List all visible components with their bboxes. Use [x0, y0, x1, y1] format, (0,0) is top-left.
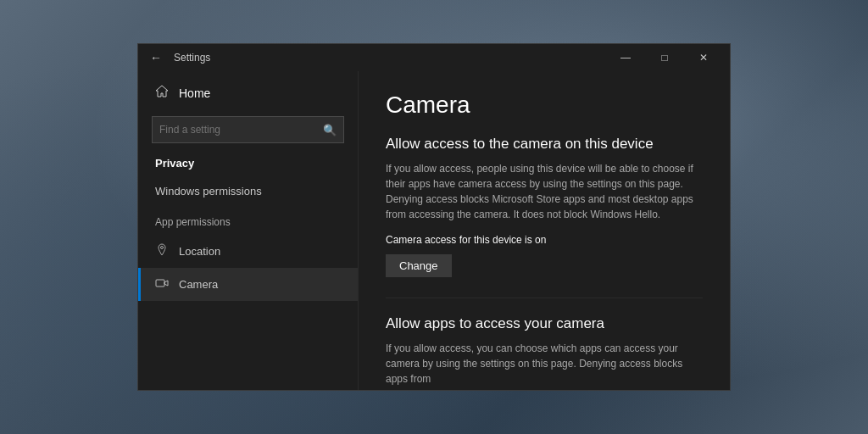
camera-label: Camera	[179, 278, 218, 291]
home-label: Home	[179, 86, 210, 100]
section2-description: If you allow access, you can choose whic…	[386, 341, 703, 387]
windows-permissions-label: Windows permissions	[155, 185, 262, 198]
search-input[interactable]	[159, 124, 323, 136]
maximize-button[interactable]: □	[645, 44, 684, 71]
close-button[interactable]: ✕	[684, 44, 723, 71]
section1-description: If you allow access, people using this d…	[386, 161, 703, 222]
titlebar-left: ← Settings	[145, 49, 210, 66]
section1-heading: Allow access to the camera on this devic…	[386, 136, 703, 153]
sidebar-item-windows-permissions[interactable]: Windows permissions	[138, 176, 358, 206]
change-button[interactable]: Change	[386, 254, 452, 277]
content-area: Home 🔍 Privacy Windows permissions App p…	[138, 71, 730, 390]
section-divider	[386, 298, 703, 298]
main-content: Camera Allow access to the camera on thi…	[359, 71, 730, 390]
page-title: Camera	[386, 92, 703, 119]
titlebar: ← Settings — □ ✕	[138, 44, 730, 71]
sidebar-item-home[interactable]: Home	[138, 78, 358, 108]
camera-icon	[155, 276, 169, 292]
back-button[interactable]: ←	[145, 49, 167, 66]
home-icon	[155, 85, 169, 101]
minimize-button[interactable]: —	[606, 44, 645, 71]
svg-rect-0	[156, 280, 164, 287]
window-title: Settings	[174, 52, 210, 64]
sidebar-privacy-label: Privacy	[138, 153, 358, 176]
search-box[interactable]: 🔍	[152, 116, 344, 143]
sidebar-item-location[interactable]: Location	[138, 235, 358, 268]
titlebar-controls: — □ ✕	[606, 44, 723, 71]
search-icon: 🔍	[323, 124, 337, 136]
location-label: Location	[179, 245, 220, 258]
sidebar-item-camera[interactable]: Camera	[138, 268, 358, 301]
settings-window: ← Settings — □ ✕ Home 🔍	[137, 43, 731, 391]
location-icon	[155, 243, 169, 259]
section2-heading: Allow apps to access your camera	[386, 315, 703, 332]
sidebar: Home 🔍 Privacy Windows permissions App p…	[138, 71, 359, 390]
camera-status-text: Camera access for this device is on	[386, 234, 703, 246]
sidebar-app-permissions-label: App permissions	[138, 213, 358, 235]
